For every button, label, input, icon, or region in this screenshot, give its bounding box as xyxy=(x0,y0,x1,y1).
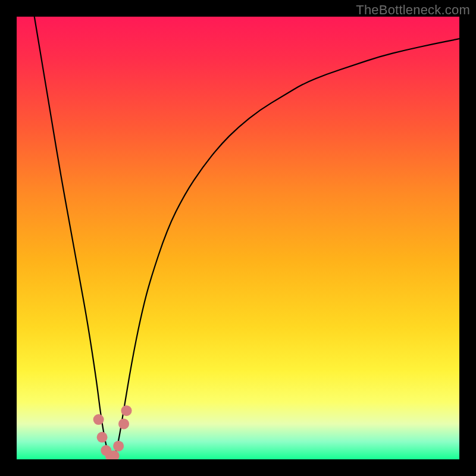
chart-marker xyxy=(93,414,104,425)
chart-marker xyxy=(118,418,129,429)
chart-marker xyxy=(121,405,132,416)
chart-svg xyxy=(17,17,459,459)
chart-frame: TheBottleneck.com xyxy=(0,0,476,476)
chart-plot-area xyxy=(17,17,459,459)
chart-marker xyxy=(97,432,108,443)
chart-marker xyxy=(113,441,124,452)
watermark-text: TheBottleneck.com xyxy=(356,2,470,18)
chart-background xyxy=(17,17,459,459)
